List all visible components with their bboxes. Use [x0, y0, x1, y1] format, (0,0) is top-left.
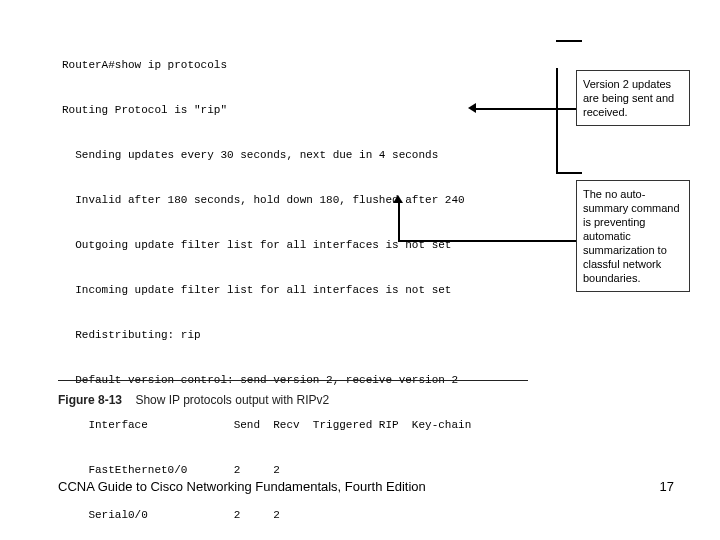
figure-caption: Figure 8-13 Show IP protocols output wit… — [58, 393, 329, 407]
arrow-up-icon — [393, 195, 403, 203]
terminal-line: Interface Send Recv Triggered RIP Key-ch… — [62, 418, 552, 433]
annotation-version2: Version 2 updates are being sent and rec… — [576, 70, 690, 126]
terminal-line: RouterA#show ip protocols — [62, 58, 552, 73]
terminal-line: Incoming update filter list for all inte… — [62, 283, 552, 298]
callout-line — [556, 68, 558, 174]
annotation-text: Version 2 updates are being sent and rec… — [583, 78, 674, 118]
arrow-left-icon — [468, 103, 476, 113]
annotation-text: The no auto-summary command is preventin… — [583, 188, 680, 284]
annotation-no-auto-summary: The no auto-summary command is preventin… — [576, 180, 690, 292]
terminal-line: Redistributing: rip — [62, 328, 552, 343]
terminal-line: FastEthernet0/0 2 2 — [62, 463, 552, 478]
terminal-line: Invalid after 180 seconds, hold down 180… — [62, 193, 552, 208]
terminal-line: Serial0/0 2 2 — [62, 508, 552, 523]
figure-caption-text: Show IP protocols output with RIPv2 — [135, 393, 329, 407]
terminal-line: Routing Protocol is "rip" — [62, 103, 552, 118]
figure-divider — [58, 380, 528, 381]
page-number: 17 — [660, 479, 674, 494]
footer-title: CCNA Guide to Cisco Networking Fundament… — [58, 479, 426, 494]
figure-label: Figure 8-13 — [58, 393, 122, 407]
callout-line — [398, 200, 400, 242]
callout-line — [556, 40, 582, 42]
terminal-output: RouterA#show ip protocols Routing Protoc… — [62, 28, 552, 540]
terminal-line: Sending updates every 30 seconds, next d… — [62, 148, 552, 163]
callout-line — [556, 172, 582, 174]
callout-line — [398, 240, 584, 242]
callout-line — [474, 108, 586, 110]
